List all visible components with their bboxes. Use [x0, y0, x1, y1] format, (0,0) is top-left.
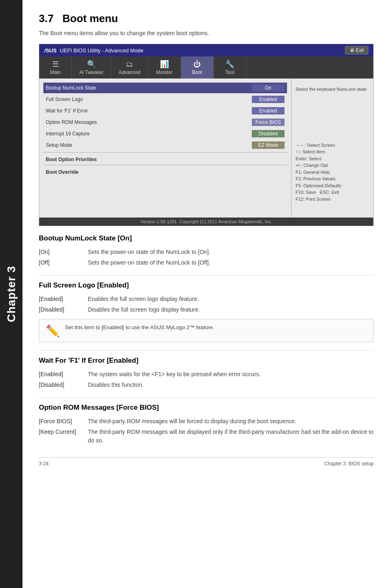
- fullscreen-val-disabled: Disables the full screen logo display fe…: [88, 305, 374, 314]
- fullscreen-row-enabled: [Enabled] Enables the full screen logo d…: [39, 295, 374, 303]
- fullscreen-value: Enabled: [252, 96, 285, 103]
- bios-exit-button[interactable]: 🖥 Exit: [345, 46, 368, 54]
- numlock-row-off: [Off] Sets the power-on state of the Num…: [39, 258, 374, 267]
- waitf1-row-enabled: [Enabled] The system waits for the <F1> …: [39, 370, 374, 379]
- bios-divider-2: [43, 165, 287, 165]
- optionrom-row-forcebios: [Force BIOS] The third-party ROM message…: [39, 417, 374, 426]
- section-header: 3.7 Boot menu: [39, 12, 374, 25]
- bios-nav: ☰ Main 🔍 Ai Tweaker 🗂 Advanced 📊 Monitor…: [39, 56, 373, 79]
- divider-2: [39, 350, 374, 351]
- nav-monitor-label: Monitor: [156, 70, 173, 75]
- doc-section-fullscreen: Full Screen Logo [Enabled] [Enabled] Ena…: [39, 281, 374, 342]
- nav-main[interactable]: ☰ Main: [39, 56, 72, 79]
- note-box-mylogo: ✏️ Set this item to [Enabled] to use the…: [39, 319, 374, 342]
- optionrom-table: [Force BIOS] The third-party ROM message…: [39, 417, 374, 445]
- pencil-icon: ✏️: [46, 324, 60, 338]
- fullscreen-row-disabled: [Disabled] Disables the full screen logo…: [39, 305, 374, 314]
- tool-icon: 🔧: [225, 60, 234, 69]
- waitf1-table: [Enabled] The system waits for the <F1> …: [39, 370, 374, 389]
- doc-section-optionrom: Option ROM Messages [Force BIOS] [Force …: [39, 404, 374, 445]
- bios-divider-1: [43, 152, 287, 153]
- interrupt19-label: Interrupt 19 Capture: [46, 131, 252, 137]
- nav-boot-label: Boot: [192, 70, 202, 75]
- waitf1-key-enabled: [Enabled]: [39, 370, 88, 379]
- waitf1-label: Wait for 'F1' If Error: [46, 108, 252, 114]
- fullscreen-key-disabled: [Disabled]: [39, 305, 88, 314]
- nav-ai-tweaker[interactable]: 🔍 Ai Tweaker: [72, 56, 111, 79]
- nav-main-label: Main: [50, 70, 61, 75]
- waitf1-val-disabled: Disables this function.: [88, 381, 374, 389]
- main-icon: ☰: [52, 60, 59, 69]
- boot-option-priorities-label: Boot Option Priorities: [43, 154, 287, 163]
- monitor-nav-icon: 📊: [160, 60, 169, 69]
- bios-right-panel: Select the keyboard NumLock state →←: Se…: [291, 79, 373, 218]
- monitor-icon: 🖥: [350, 47, 354, 53]
- chapter-sidebar: Chapter 3: [0, 0, 22, 588]
- bios-content: Bootup NumLock State On Full Screen Logo…: [39, 79, 373, 218]
- page-footer: 3-24 Chapter 3: BIOS setup: [39, 457, 374, 470]
- optionrom-row-keepcurrent: [Keep Current] The third-party ROM messa…: [39, 428, 374, 445]
- exit-label: Exit: [356, 47, 364, 53]
- bios-left-panel: Bootup NumLock State On Full Screen Logo…: [39, 79, 291, 218]
- numlock-key-on: [On]: [39, 248, 88, 256]
- numlock-val-off: Sets the power-on state of the NumLock t…: [88, 258, 374, 267]
- nav-tool[interactable]: 🔧 Tool: [214, 56, 247, 79]
- numlock-table: [On] Sets the power-on state of the NumL…: [39, 248, 374, 267]
- bios-title-text: UEFI BIOS Utility - Advanced Mode: [60, 47, 143, 54]
- waitf1-value: Enabled: [252, 107, 285, 114]
- bios-ui-box: /SUS UEFI BIOS Utility - Advanced Mode 🖥…: [39, 44, 374, 226]
- optionrom-val-forcebios: The third-party ROM messages will be for…: [88, 417, 374, 426]
- bios-version-bar: Version 2.00.1201. Copyright (C) 2011 Am…: [39, 218, 373, 226]
- bios-keyboard-hints: →←: Select Screen ↑↓: Select Item Enter:…: [296, 142, 369, 203]
- bios-row-fullscreen[interactable]: Full Screen Logo Enabled: [43, 94, 287, 105]
- bios-right-hint: Select the keyboard NumLock state: [296, 86, 369, 93]
- optionrom-label: Option ROM Messages: [46, 119, 252, 125]
- nav-advanced[interactable]: 🗂 Advanced: [111, 56, 148, 79]
- footer-chapter-ref: Chapter 3: BIOS setup: [324, 461, 374, 467]
- bios-row-setupmode[interactable]: Setup Mode EZ Mode: [43, 140, 287, 150]
- bios-title-bar: /SUS UEFI BIOS Utility - Advanced Mode 🖥…: [39, 44, 373, 56]
- divider-3: [39, 397, 374, 398]
- fullscreen-label: Full Screen Logo: [46, 97, 252, 102]
- numlock-value: On: [252, 84, 285, 92]
- bios-title-left: /SUS UEFI BIOS Utility - Advanced Mode: [44, 47, 143, 54]
- doc-title-fullscreen: Full Screen Logo [Enabled]: [39, 281, 374, 291]
- doc-title-numlock: Bootup NumLock State [On]: [39, 234, 374, 244]
- bios-row-optionrom[interactable]: Option ROM Messages Force BIOS: [43, 117, 287, 128]
- nav-boot[interactable]: ⏻ Boot: [181, 56, 214, 79]
- divider-1: [39, 275, 374, 276]
- bios-row-interrupt19[interactable]: Interrupt 19 Capture Disabled: [43, 128, 287, 139]
- fullscreen-table: [Enabled] Enables the full screen logo d…: [39, 295, 374, 314]
- fullscreen-val-enabled: Enables the full screen logo display fea…: [88, 295, 374, 303]
- bios-row-waitf1[interactable]: Wait for 'F1' If Error Enabled: [43, 105, 287, 116]
- boot-override-label: Boot Override: [43, 167, 287, 176]
- optionrom-val-keepcurrent: The third-party ROM messages will be dis…: [88, 428, 374, 445]
- nav-monitor[interactable]: 📊 Monitor: [148, 56, 181, 79]
- doc-title-optionrom: Option ROM Messages [Force BIOS]: [39, 404, 374, 413]
- optionrom-key-forcebios: [Force BIOS]: [39, 417, 88, 426]
- fullscreen-key-enabled: [Enabled]: [39, 295, 88, 303]
- nav-advanced-label: Advanced: [119, 70, 140, 75]
- bios-row-numlock[interactable]: Bootup NumLock State On: [43, 83, 287, 93]
- numlock-row-on: [On] Sets the power-on state of the NumL…: [39, 248, 374, 256]
- footer-page-number: 3-24: [39, 461, 49, 467]
- asus-logo: /SUS: [44, 47, 56, 54]
- waitf1-row-disabled: [Disabled] Disables this function.: [39, 381, 374, 389]
- doc-title-waitf1: Wait For 'F1' If Error [Enabled]: [39, 357, 374, 366]
- section-title: Boot menu: [63, 12, 118, 25]
- optionrom-key-keepcurrent: [Keep Current]: [39, 428, 88, 445]
- boot-icon: ⏻: [193, 60, 201, 69]
- interrupt19-value: Disabled: [252, 130, 285, 137]
- chapter-label: Chapter 3: [5, 266, 18, 322]
- optionrom-value: Force BIOS: [252, 119, 285, 126]
- waitf1-val-enabled: The system waits for the <F1> key to be …: [88, 370, 374, 379]
- doc-section-numlock: Bootup NumLock State [On] [On] Sets the …: [39, 234, 374, 267]
- ai-tweaker-icon: 🔍: [87, 60, 96, 69]
- main-content: 3.7 Boot menu The Boot menu items allow …: [22, 0, 390, 588]
- section-number: 3.7: [39, 12, 54, 25]
- doc-section-waitf1: Wait For 'F1' If Error [Enabled] [Enable…: [39, 357, 374, 389]
- nav-tool-label: Tool: [225, 70, 234, 75]
- advanced-icon: 🗂: [126, 60, 133, 69]
- section-intro: The Boot menu items allow you to change …: [39, 30, 374, 36]
- numlock-val-on: Sets the power-on state of the NumLock t…: [88, 248, 374, 256]
